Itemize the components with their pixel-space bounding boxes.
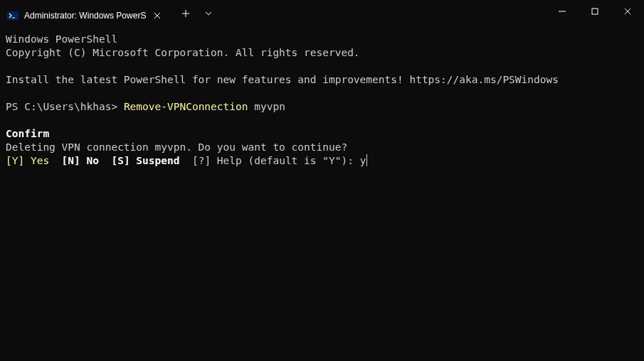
blank-line (6, 114, 638, 127)
prompt-line: PS C:\Users\hkhas> Remove-VPNConnection … (6, 100, 638, 114)
prompt-prefix: PS C:\Users\hkhas> (6, 101, 124, 112)
copyright-line: Copyright (C) Microsoft Corporation. All… (6, 46, 638, 60)
option-suspend: [S] Suspend (111, 155, 179, 166)
user-input: y (360, 155, 366, 166)
spacer (49, 155, 61, 166)
blank-line (6, 87, 638, 100)
option-no: [N] No (62, 155, 99, 166)
option-yes: [Y] Yes (6, 155, 49, 166)
close-button[interactable] (611, 0, 644, 23)
header-line: Windows PowerShell (6, 33, 638, 46)
minimize-button[interactable] (546, 0, 579, 23)
spacer (179, 155, 191, 166)
confirm-msg: Deleting VPN connection myvpn. Do you wa… (6, 141, 638, 154)
blank-line (6, 60, 638, 73)
terminal-tab[interactable]: Administrator: Windows PowerS (0, 4, 170, 27)
command-arg: myvpn (248, 101, 285, 112)
svg-rect-7 (592, 9, 598, 14)
command-name: Remove-VPNConnection (124, 101, 248, 112)
powershell-icon (7, 10, 19, 21)
tab-close-button[interactable] (152, 10, 163, 21)
svg-rect-0 (7, 11, 19, 20)
tabs-area: Administrator: Windows PowerS (0, 0, 220, 27)
tab-dropdown-button[interactable] (197, 2, 220, 25)
tab-title: Administrator: Windows PowerS (24, 11, 146, 21)
window-controls (546, 0, 644, 27)
install-msg-line: Install the latest PowerShell for new fe… (6, 73, 638, 87)
terminal-content[interactable]: Windows PowerShellCopyright (C) Microsof… (0, 27, 644, 173)
option-help: [?] Help (default is "Y"): (192, 155, 360, 166)
cursor-icon (366, 154, 367, 166)
titlebar: Administrator: Windows PowerS (0, 0, 644, 27)
spacer (99, 155, 111, 166)
confirm-title: Confirm (6, 127, 638, 141)
maximize-button[interactable] (579, 0, 611, 23)
new-tab-button[interactable] (174, 2, 197, 25)
options-line: [Y] Yes [N] No [S] Suspend [?] Help (def… (6, 154, 638, 168)
